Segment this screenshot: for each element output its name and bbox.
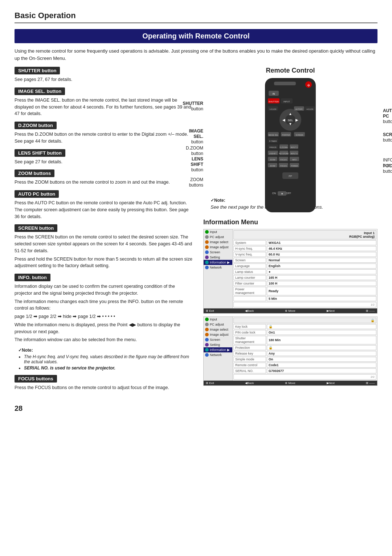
sidebar2-item-network: Network — [204, 352, 232, 357]
info2-row-releasekey-label: Release key — [233, 351, 266, 356]
info-row-system-value: WXGA1 — [267, 240, 376, 245]
lensshift-label: LENS SHIFT button — [15, 149, 65, 157]
svg-text:INPUT 6: INPUT 6 — [290, 152, 297, 155]
zoom-section: ZOOM buttons Press the ZOOM buttons on t… — [15, 169, 192, 186]
info2-row-simplemode-label: Simple mode — [233, 357, 266, 362]
info-menu-table1: Input PC adjust Image select Image adjus… — [203, 229, 377, 314]
svg-text:▼: ▼ — [289, 122, 292, 126]
svg-text:ON: ON — [272, 192, 276, 195]
svg-text:INFO: INFO — [292, 159, 297, 161]
left-note-bullet1: The H-sync freq. and V-sync freq. values… — [24, 354, 192, 364]
info-content-table2: 🔒 Key lock🔒 PIN code lockOn1 Shutter man… — [233, 317, 377, 380]
focus-label: FOCUS buttons — [15, 375, 57, 383]
focus-desc: Press the FOCUS buttons on the remote co… — [15, 384, 192, 391]
focus-remote-label: FOCUS buttons — [383, 163, 392, 174]
left-note-bullet2: SERIAL NO. is used to service the projec… — [24, 365, 192, 371]
sidebar-item-network: Network — [204, 265, 232, 270]
left-note-check: ✓Note: — [18, 348, 192, 353]
sidebar2-item-pcadjust: PC adjust — [204, 322, 232, 327]
intro-text: Using the remote control for some freque… — [15, 48, 377, 62]
svg-text:IN: IN — [273, 93, 275, 95]
svg-text:SHUTTER: SHUTTER — [269, 101, 279, 103]
sidebar-item-input: Input — [204, 229, 232, 234]
svg-text:1-CLICK: 1-CLICK — [269, 108, 277, 110]
info-row-filtercounter-value: 100 H — [267, 281, 376, 286]
sidebar-item-information: Information ▶ — [204, 260, 232, 265]
screen-remote-label: SCREEN button — [383, 132, 392, 143]
info-row-lampcounter-label: Lamp counter — [233, 275, 266, 280]
info-table2-footer: ⊞ Exit ◀Back ⊕ Move ▶Next ⊞ ------ — [204, 381, 377, 385]
svg-text:P-TIMER: P-TIMER — [269, 140, 277, 142]
shutter-section: SHUTTER button See pages 27, 67 for deta… — [15, 67, 192, 83]
svg-text:■: ■ — [281, 192, 283, 195]
lensshift-remote-label: LENS SHIFT button — [191, 156, 203, 172]
svg-text:D.ZOOM+: D.ZOOM+ — [280, 146, 288, 148]
footer-back: ◀Back — [245, 309, 254, 312]
info-desc2: The information menu changes each time y… — [15, 298, 192, 312]
svg-rect-1 — [274, 82, 296, 85]
info-row-vsync-value: 60.0 Hz — [267, 252, 376, 257]
svg-text:FREEZE: FREEZE — [269, 146, 277, 148]
svg-text:4-CLICK: 4-CLICK — [306, 108, 314, 110]
info-row-filtercounter-label: Filter counter — [233, 281, 266, 286]
info-row-language-label: Language — [233, 263, 266, 269]
info2-row-shutter-value: 180 Min — [267, 336, 376, 344]
left-note: ✓Note: The H-sync freq. and V-sync freq.… — [15, 348, 192, 371]
shutter-remote-label: SHUTTER button — [183, 101, 203, 111]
footer2-next: ▶Next — [327, 381, 335, 385]
info-row-powermgmt-value: Ready — [267, 287, 376, 295]
svg-text:▲: ▲ — [289, 112, 292, 116]
info2-row-keylock-label: Key lock — [233, 324, 266, 329]
info-desc5: The information window can also be selec… — [15, 336, 192, 343]
section-header: Operating with Remote Control — [15, 29, 377, 43]
page-number: 28 — [15, 404, 377, 413]
dzoom-desc: Press the D.ZOOM button on the remote co… — [15, 131, 192, 145]
imagesel-label: IMAGE SEL. button — [15, 87, 65, 95]
lensshift-desc: See page 27 for details. — [15, 159, 192, 165]
dzoom-section: D.ZOOM button Press the D.ZOOM button on… — [15, 122, 192, 145]
footer-exit: ⊞ Exit — [206, 309, 214, 312]
info2-row-releasekey-value: Any — [267, 351, 376, 356]
svg-text:POWER: POWER — [291, 165, 298, 167]
info-label: INFO. button — [15, 274, 50, 281]
footer2-sep: ⊞ ------ — [366, 381, 375, 385]
svg-text:INPUT 3: INPUT 3 — [290, 146, 297, 148]
footer-sep1: ⊞ ------ — [366, 309, 375, 312]
focus-section: FOCUS buttons Press the FOCUS buttons on… — [15, 375, 192, 391]
svg-text:INPUT: INPUT — [283, 101, 290, 103]
screen-desc1: Press the SCREEN button on the remote co… — [15, 234, 192, 254]
footer2-exit: ⊞ Exit — [206, 381, 214, 385]
info-row-hsync-label: H-sync freq. — [233, 246, 266, 251]
info-row-powermgmt2-label — [233, 296, 266, 301]
sidebar2-item-setting: Setting — [204, 342, 232, 347]
info-row-powermgmt2-value: 5 Min — [267, 296, 376, 301]
info-menu-section: Information Menu Input PC adjust Image s… — [203, 218, 377, 386]
autopc-label: AUTO PC button — [15, 190, 59, 198]
imagesel-remote-label: IMAGE SEL. button — [189, 128, 203, 144]
info-table2-header: 🔒 — [233, 318, 376, 323]
footer2-move: ⊕ Move — [285, 381, 295, 385]
info-menu-table2: Input PC adjust Image select Image adjus… — [203, 316, 377, 386]
info2-row-remote-label: Remote control — [233, 363, 266, 368]
remote-control-title: Remote Control — [203, 67, 377, 74]
page-title: Basic Operation — [15, 11, 377, 23]
svg-text:FOCUS: FOCUS — [280, 159, 287, 161]
svg-text:KEYSTONE: KEYSTONE — [279, 152, 289, 155]
svg-text:IMAGE SEL: IMAGE SEL — [269, 134, 278, 136]
info2-row-serial-value: G7002677 — [267, 368, 376, 373]
svg-text:OFF: OFF — [286, 192, 291, 195]
info2-row-protection-label: Protection — [233, 345, 266, 350]
screen-label: SCREEN button — [15, 224, 57, 232]
info-row-system-label: System — [233, 240, 266, 245]
svg-text:ZOOM: ZOOM — [270, 159, 275, 161]
screen-desc2: Press and hold the SCREEN button for mor… — [15, 256, 192, 270]
screen-section: SCREEN button Press the SCREEN button on… — [15, 224, 192, 269]
sidebar-item-screen: Screen — [204, 250, 232, 255]
info-row-lampstatus-label: Lamp status — [233, 269, 266, 274]
sidebar2-item-input: Input — [204, 317, 232, 322]
svg-text:FOCUS: FOCUS — [280, 165, 287, 167]
info-row-hsync-value: 46.4 KHz — [267, 246, 376, 251]
info-desc3: page 1/2 ➡ page 2/2 ➡ hide ➡ page 1/2 ➡ … — [15, 313, 192, 320]
info-content-table1: Input 1RGB(PC analog) SystemWXGA1 H-sync… — [233, 229, 377, 308]
zoom-remote-label: ZOOM buttons — [189, 177, 203, 188]
